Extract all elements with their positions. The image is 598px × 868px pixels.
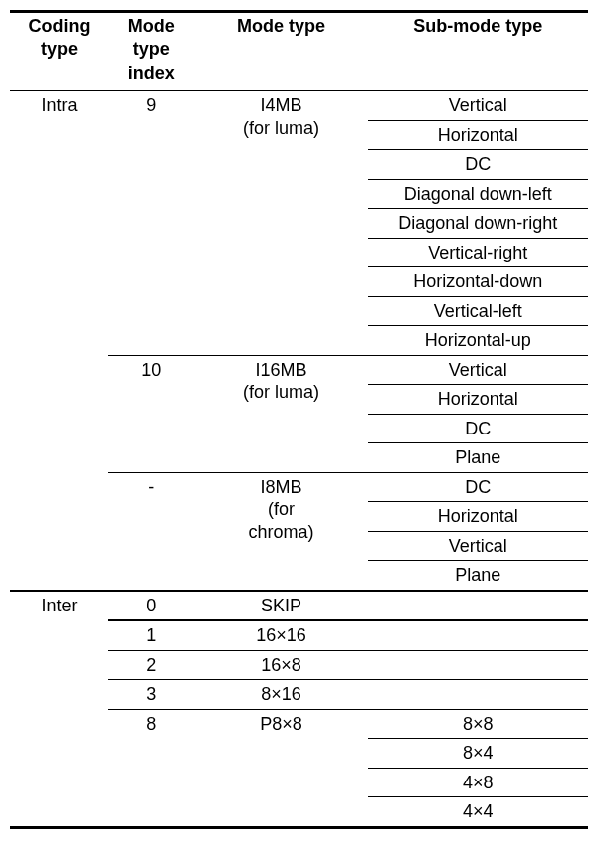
- mode-index-16x8: 2: [108, 650, 194, 680]
- submode-p8-4x8: 4×8: [368, 768, 588, 797]
- mode-type-16x16: 16×16: [195, 620, 368, 650]
- coding-type-intra: Intra: [10, 91, 108, 591]
- submode-i4-horizontal-up: Horizontal-up: [368, 326, 588, 356]
- mode-type-i4mb-l1: I4MB: [261, 95, 302, 115]
- submode-i4-horizontal: Horizontal: [368, 120, 588, 150]
- submode-i4-diag-dl: Diagonal down-left: [368, 179, 588, 209]
- submode-p8-8x8: 8×8: [368, 709, 588, 739]
- mode-index-i4: 9: [108, 91, 194, 356]
- mode-index-i16: 10: [108, 355, 194, 472]
- submode-i4-vertical-left: Vertical-left: [368, 296, 588, 326]
- submode-16x8: [368, 650, 588, 680]
- mode-index-8x16: 3: [108, 680, 194, 710]
- mode-type-8x16: 8×16: [195, 680, 368, 710]
- header-coding-type: Coding type: [10, 12, 108, 91]
- mode-index-16x16: 1: [108, 620, 194, 650]
- header-mode-type: Mode type: [195, 12, 368, 91]
- submode-p8-4x4: 4×4: [368, 797, 588, 828]
- submode-8x16: [368, 680, 588, 710]
- mode-type-16x8: 16×8: [195, 650, 368, 680]
- mode-index-i8: -: [108, 472, 194, 591]
- mode-type-i8mb-l2: (for: [268, 499, 295, 519]
- coding-mode-table: Coding type Mode type index Mode type Su…: [10, 10, 588, 829]
- mode-type-p8x8: P8×8: [195, 709, 368, 827]
- submode-i4-diag-dr: Diagonal down-right: [368, 209, 588, 239]
- submode-i8-vertical: Vertical: [368, 531, 588, 561]
- mode-type-skip: SKIP: [195, 591, 368, 621]
- submode-i4-vertical-right: Vertical-right: [368, 238, 588, 267]
- submode-i4-dc: DC: [368, 150, 588, 180]
- mode-index-skip: 0: [108, 591, 194, 621]
- submode-p8-8x4: 8×4: [368, 739, 588, 769]
- mode-type-i16mb-l2: (for luma): [243, 382, 319, 402]
- header-sub-mode-type: Sub-mode type: [368, 12, 588, 91]
- submode-i4-vertical: Vertical: [368, 91, 588, 121]
- mode-type-i4mb: I4MB (for luma): [195, 91, 368, 356]
- submode-i16-vertical: Vertical: [368, 355, 588, 385]
- coding-type-inter: Inter: [10, 591, 108, 828]
- mode-index-p8x8: 8: [108, 709, 194, 827]
- submode-i16-plane: Plane: [368, 443, 588, 473]
- mode-type-i16mb-l1: I16MB: [256, 360, 307, 380]
- submode-i8-plane: Plane: [368, 561, 588, 591]
- submode-16x16: [368, 620, 588, 650]
- submode-i8-horizontal: Horizontal: [368, 502, 588, 532]
- mode-type-i16mb: I16MB (for luma): [195, 355, 368, 472]
- mode-type-i4mb-l2: (for luma): [243, 118, 319, 138]
- submode-skip: [368, 591, 588, 621]
- mode-type-i8mb-l1: I8MB: [261, 477, 302, 497]
- submode-i8-dc: DC: [368, 472, 588, 502]
- submode-i16-horizontal: Horizontal: [368, 385, 588, 415]
- header-mode-type-index: Mode type index: [108, 12, 194, 91]
- mode-type-i8mb-l3: chroma): [249, 522, 314, 542]
- submode-i4-horizontal-down: Horizontal-down: [368, 267, 588, 297]
- submode-i16-dc: DC: [368, 414, 588, 443]
- mode-type-i8mb: I8MB (for chroma): [195, 472, 368, 591]
